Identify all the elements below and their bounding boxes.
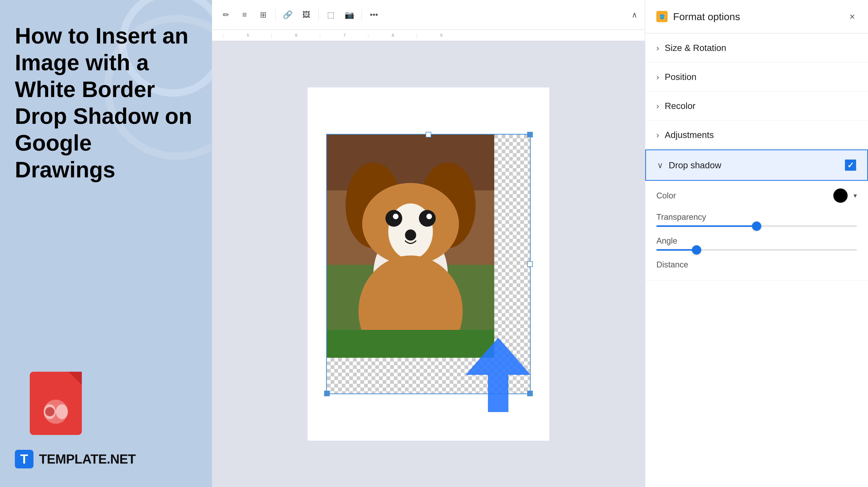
recolor-section[interactable]: › Recolor [645,91,868,121]
blue-arrow-annotation [466,338,531,413]
dog-image [327,134,494,358]
crop-icon[interactable]: ⬚ [324,8,337,21]
size-rotation-label: Size & Rotation [665,43,857,53]
color-dropdown-icon[interactable]: ▾ [854,192,857,200]
svg-marker-19 [466,338,531,412]
white-canvas [308,87,549,441]
size-rotation-section[interactable]: › Size & Rotation [645,33,868,62]
transparency-slider-thumb[interactable] [752,221,761,231]
position-label: Position [665,72,857,82]
transparency-slider-container: Transparency [656,212,857,227]
format-options-panel: 🪣 Format options × › Size & Rotation › P… [645,0,868,487]
template-net-logo: T TEMPLATE.NET [15,450,135,468]
distance-label: Distance [656,260,857,269]
adjustments-section[interactable]: › Adjustments [645,121,868,150]
angle-slider-fill [656,249,696,251]
article-title: How to Insert an Image with a White Bord… [15,22,197,183]
template-logo-text: TEMPLATE.NET [39,452,135,466]
position-section[interactable]: › Position [645,62,868,91]
image-icon[interactable]: 🖼 [300,8,313,21]
color-row: Color ▾ [656,188,857,203]
format-options-icon: 🪣 [656,11,668,22]
collapse-icon[interactable]: ∧ [632,10,638,19]
transparency-slider-track[interactable] [656,225,857,227]
drop-shadow-section[interactable]: ∨ Drop shadow ✓ [645,150,868,181]
google-docs-icon [30,372,86,439]
toolbar-divider-2 [318,9,319,20]
more-options-icon[interactable]: ••• [367,8,380,21]
link-icon[interactable]: 🔗 [281,8,294,21]
angle-slider-thumb[interactable] [692,245,701,254]
format-panel-title: Format options [673,11,842,22]
ruler-mark-6: 6 [272,33,320,37]
dog-svg [327,134,494,358]
grid-icon[interactable]: ⊞ [257,8,270,21]
left-panel: How to Insert an Image with a White Bord… [0,0,212,487]
ruler: 5 6 7 8 9 [212,30,645,41]
close-button[interactable]: × [848,9,857,24]
handle-middle-right[interactable] [527,261,533,267]
right-panel: ✏ ≡ ⊞ 🔗 🖼 ⬚ 📷 ••• ∧ 5 6 7 8 9 [212,0,868,487]
transparency-slider-fill [656,225,756,227]
angle-slider-track[interactable] [656,249,857,251]
template-t-icon: T [15,450,33,468]
chevron-right-icon: › [656,130,659,140]
drop-shadow-checkbox[interactable]: ✓ [845,159,856,171]
color-swatch[interactable] [833,188,848,203]
toolbar: ✏ ≡ ⊞ 🔗 🖼 ⬚ 📷 ••• ∧ [212,0,645,30]
chevron-right-icon: › [656,43,659,53]
recolor-label: Recolor [665,101,857,111]
transparency-label: Transparency [656,212,857,222]
ruler-mark-8: 8 [368,33,416,37]
drop-shadow-options: Color ▾ Transparency Angle [645,181,868,281]
svg-point-12 [405,230,416,241]
camera-icon[interactable]: 📷 [343,8,356,21]
canvas-area: ✏ ≡ ⊞ 🔗 🖼 ⬚ 📷 ••• ∧ 5 6 7 8 9 [212,0,645,487]
chevron-down-icon: ∨ [657,160,663,170]
ruler-mark-5: 5 [223,33,272,37]
ruler-marks: 5 6 7 8 9 [223,33,465,37]
ruler-mark-9: 9 [416,33,465,37]
toolbar-divider-1 [275,9,276,20]
drop-shadow-label: Drop shadow [669,160,839,170]
svg-point-10 [393,214,399,219]
toolbar-divider-3 [362,9,362,20]
bottom-branding: T TEMPLATE.NET [15,372,135,468]
handle-bottom-left[interactable] [324,391,330,396]
ruler-mark-7: 7 [320,33,368,37]
pencil-icon[interactable]: ✏ [219,8,232,21]
paint-bucket-icon: 🪣 [658,13,666,20]
angle-slider-container: Angle [656,236,857,251]
handle-top-center[interactable] [426,132,431,138]
chevron-right-icon: › [656,72,659,82]
angle-label: Angle [656,236,857,245]
color-label: Color [656,191,828,200]
svg-point-11 [426,214,432,219]
svg-text:🪣: 🪣 [659,14,665,20]
adjustments-label: Adjustments [665,130,857,140]
chevron-right-icon: › [656,101,659,111]
handle-top-right[interactable] [527,132,533,138]
align-icon[interactable]: ≡ [238,8,251,21]
arrow-svg [466,338,531,412]
format-panel-header: 🪣 Format options × [645,0,868,33]
drawing-canvas[interactable] [212,41,645,487]
